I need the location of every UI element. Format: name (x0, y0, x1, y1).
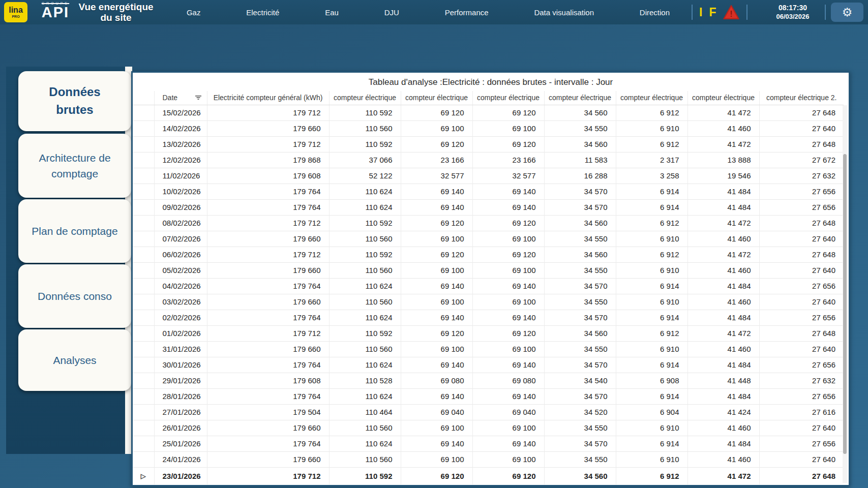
clock: 08:17:30 06/03/2026 (765, 4, 820, 20)
filter-icon[interactable] (195, 95, 202, 101)
column-header-compteur-general[interactable]: Electricité compteur général (kWh) (207, 91, 329, 105)
row-expander-icon[interactable] (133, 404, 154, 420)
sidebar-item-analyses[interactable]: Analyses (18, 329, 131, 391)
row-expander-icon[interactable] (133, 341, 154, 357)
row-expander-icon[interactable] (133, 436, 154, 451)
lina-logo: lina PRO (4, 2, 27, 22)
table-row[interactable]: 13/02/2026 179 712 110 592 69 120 69 120… (133, 136, 844, 152)
nav-item-data-visualisation[interactable]: Data visualisation (534, 8, 594, 17)
cell-value: 34 550 (544, 231, 616, 247)
table-row[interactable]: 24/01/2026 179 660 110 560 69 100 69 100… (133, 451, 844, 467)
warning-triangle-icon[interactable]: ! (723, 5, 740, 20)
table-row[interactable]: ▷ 23/01/2026 179 712 110 592 69 120 69 1… (133, 467, 844, 484)
cell-date: 29/01/2026 (154, 373, 207, 388)
table-row[interactable]: 30/01/2026 179 764 110 624 69 140 69 140… (133, 357, 844, 373)
row-expander-icon[interactable] (133, 231, 154, 247)
table-row[interactable]: 01/02/2026 179 712 110 592 69 120 69 120… (133, 325, 844, 341)
table-row[interactable]: 06/02/2026 179 712 110 592 69 120 69 120… (133, 247, 844, 262)
sidebar-item-donnees-conso[interactable]: Données conso (18, 264, 131, 328)
table-row[interactable]: 15/02/2026 179 712 110 592 69 120 69 120… (133, 105, 844, 120)
column-header-date[interactable]: Date (154, 91, 207, 105)
row-expander-icon[interactable] (133, 420, 154, 436)
row-expander-icon[interactable] (133, 215, 154, 231)
sidebar-item-donnees-brutes[interactable]: Données brutes (18, 71, 131, 131)
cell-value: 34 560 (544, 247, 616, 262)
table-row[interactable]: 29/01/2026 179 608 110 528 69 080 69 080… (133, 373, 844, 388)
nav-item-electricite[interactable]: Electricité (246, 8, 279, 17)
row-expander-icon[interactable] (133, 152, 154, 168)
row-expander-icon[interactable] (133, 310, 154, 325)
row-expander-icon[interactable] (133, 278, 154, 294)
row-expander-icon[interactable] (133, 451, 154, 467)
cell-value: 6 914 (616, 436, 687, 451)
nav-item-direction[interactable]: Direction (640, 8, 670, 17)
column-header-compteur-electrique-6[interactable]: compteur électrique (687, 91, 759, 105)
top-bar: lina PRO GROUPE API Vue energétique du s… (0, 0, 868, 24)
row-expander-icon[interactable] (133, 199, 154, 215)
sidebar-item-plan-de-comptage[interactable]: Plan de comptage (18, 199, 131, 263)
row-expander-icon[interactable] (133, 373, 154, 388)
cell-value: 19 546 (687, 168, 759, 184)
cell-value: 179 764 (207, 310, 329, 325)
column-header-compteur-electrique-4[interactable]: compteur électrique (544, 91, 616, 105)
cell-value: 41 472 (687, 467, 759, 484)
cell-value: 69 120 (401, 136, 472, 152)
cell-value: 69 120 (472, 325, 544, 341)
row-expander-icon[interactable] (133, 357, 154, 373)
cell-value: 179 660 (207, 262, 329, 278)
table-row[interactable]: 02/02/2026 179 764 110 624 69 140 69 140… (133, 310, 844, 325)
column-header-compteur-electrique-5[interactable]: compteur électrique (616, 91, 687, 105)
row-expander-icon[interactable] (133, 262, 154, 278)
table-row[interactable]: 28/01/2026 179 764 110 624 69 140 69 140… (133, 388, 844, 404)
cell-value: 27 648 (759, 467, 844, 484)
cell-value: 27 656 (759, 436, 844, 451)
table-row[interactable]: 25/01/2026 179 764 110 624 69 140 69 140… (133, 436, 844, 451)
lina-logo-text: lina (4, 6, 27, 14)
row-expander-icon[interactable] (133, 136, 154, 152)
row-expander-icon[interactable] (133, 168, 154, 184)
sidebar-item-architecture-de-comptage[interactable]: Architecture de comptage (18, 134, 131, 198)
table-row[interactable]: 14/02/2026 179 660 110 560 69 100 69 100… (133, 120, 844, 136)
table-row[interactable]: 10/02/2026 179 764 110 624 69 140 69 140… (133, 184, 844, 199)
settings-button[interactable]: ⚙ (831, 3, 863, 22)
table-row[interactable]: 03/02/2026 179 660 110 560 69 100 69 100… (133, 294, 844, 310)
cell-value: 41 460 (687, 420, 759, 436)
table-row[interactable]: 04/02/2026 179 764 110 624 69 140 69 140… (133, 278, 844, 294)
row-expander-icon[interactable] (133, 184, 154, 199)
nav-item-gaz[interactable]: Gaz (187, 8, 201, 17)
cell-value: 34 550 (544, 294, 616, 310)
cell-value: 34 570 (544, 184, 616, 199)
cell-value: 34 560 (544, 136, 616, 152)
nav-item-dju[interactable]: DJU (384, 8, 399, 17)
row-expander-icon[interactable] (133, 120, 154, 136)
table-row[interactable]: 27/01/2026 179 504 110 464 69 040 69 040… (133, 404, 844, 420)
table-row[interactable]: 08/02/2026 179 712 110 592 69 120 69 120… (133, 215, 844, 231)
table-row[interactable]: 05/02/2026 179 660 110 560 69 100 69 100… (133, 262, 844, 278)
cell-value: 34 570 (544, 199, 616, 215)
row-expander-icon[interactable]: ▷ (133, 467, 154, 484)
table-row[interactable]: 31/01/2026 179 660 110 560 69 100 69 100… (133, 341, 844, 357)
row-expander-icon[interactable] (133, 294, 154, 310)
scrollbar-thumb[interactable] (843, 154, 847, 454)
nav-item-performance[interactable]: Performance (445, 8, 489, 17)
row-expander-icon[interactable] (133, 247, 154, 262)
column-header-compteur-electrique-1[interactable]: compteur électrique (329, 91, 401, 105)
table-row[interactable]: 09/02/2026 179 764 110 624 69 140 69 140… (133, 199, 844, 215)
cell-value: 41 484 (687, 199, 759, 215)
row-expander-icon[interactable] (133, 105, 154, 120)
cell-value: 41 472 (687, 105, 759, 120)
table-row[interactable]: 12/02/2026 179 868 37 066 23 166 23 166 … (133, 152, 844, 168)
row-expander-icon[interactable] (133, 325, 154, 341)
cell-value: 179 764 (207, 184, 329, 199)
cell-value: 52 122 (329, 168, 401, 184)
table-row[interactable]: 26/01/2026 179 660 110 560 69 100 69 100… (133, 420, 844, 436)
column-header-compteur-electrique-2[interactable]: compteur électrique (401, 91, 472, 105)
column-header-compteur-electrique-7[interactable]: compteur électrique 2. (759, 91, 844, 105)
cell-value: 41 460 (687, 451, 759, 467)
vertical-scrollbar[interactable] (843, 105, 847, 483)
column-header-compteur-electrique-3[interactable]: compteur électrique (472, 91, 544, 105)
row-expander-icon[interactable] (133, 388, 154, 404)
nav-item-eau[interactable]: Eau (325, 8, 339, 17)
table-row[interactable]: 11/02/2026 179 608 52 122 32 577 32 577 … (133, 168, 844, 184)
table-row[interactable]: 07/02/2026 179 660 110 560 69 100 69 100… (133, 231, 844, 247)
